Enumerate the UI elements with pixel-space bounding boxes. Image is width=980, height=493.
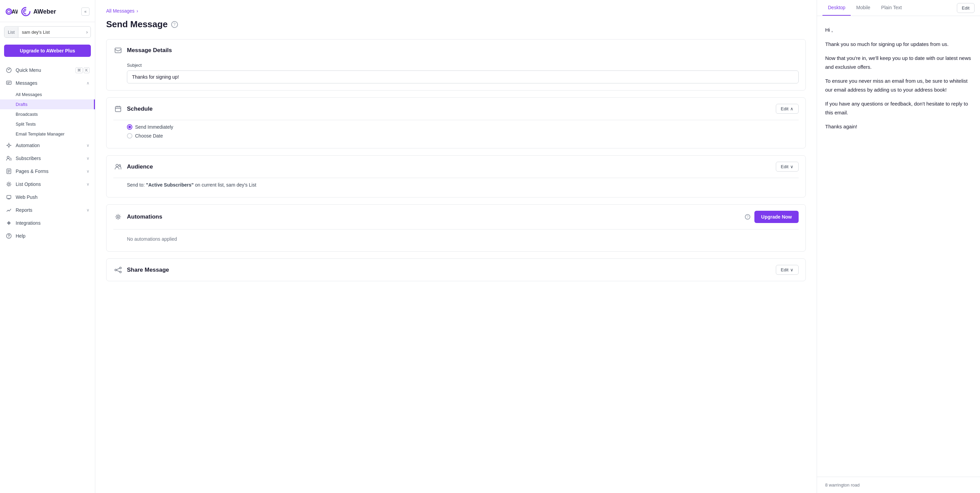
preview-greeting: Hi , xyxy=(825,26,972,34)
audience-text: Send to: "Active Subscribers" on current… xyxy=(127,179,799,190)
automations-title: Automations xyxy=(127,214,742,220)
sidebar-item-subscribers[interactable]: Subscribers ∨ xyxy=(0,152,95,165)
preview-tab-plain-text[interactable]: Plain Text xyxy=(876,0,907,16)
chevron-down-icon: ∨ xyxy=(86,156,89,161)
chevron-up-icon: ∧ xyxy=(86,81,89,85)
upgrade-button[interactable]: Upgrade to AWeber Plus xyxy=(4,45,91,57)
center-panel: All Messages › Send Message ? Message De… xyxy=(95,0,817,493)
preview-footer-address: 8 warrington road xyxy=(825,482,859,488)
message-details-header: Message Details xyxy=(107,40,805,61)
sidebar-item-reports[interactable]: Reports ∨ xyxy=(0,204,95,217)
list-label: List xyxy=(5,27,18,37)
audience-edit-button[interactable]: Edit ∨ xyxy=(776,162,799,172)
sidebar-item-help[interactable]: Help xyxy=(0,230,95,243)
svg-point-15 xyxy=(116,164,118,166)
sidebar-item-label: Integrations xyxy=(16,220,89,226)
breadcrumb: All Messages › xyxy=(106,8,806,14)
preview-tab-desktop[interactable]: Desktop xyxy=(822,0,851,16)
svg-rect-13 xyxy=(115,48,121,53)
message-details-icon xyxy=(113,46,123,55)
radio-label: Choose Date xyxy=(135,133,163,139)
breadcrumb-parent-link[interactable]: All Messages xyxy=(106,8,134,14)
sidebar-item-pages-forms[interactable]: Pages & Forms ∨ xyxy=(0,165,95,178)
integrations-icon xyxy=(5,220,12,227)
chevron-down-icon: ∨ xyxy=(86,182,89,187)
svg-point-20 xyxy=(120,271,121,273)
sidebar-collapse-button[interactable]: « xyxy=(81,8,89,16)
radio-dot-filled xyxy=(127,124,132,130)
message-details-section: Message Details Subject xyxy=(106,39,806,91)
svg-point-12 xyxy=(8,237,9,238)
audience-icon xyxy=(113,162,123,172)
upgrade-now-button[interactable]: Upgrade Now xyxy=(754,211,799,223)
automations-help-icon[interactable]: ? xyxy=(745,214,750,220)
list-arrow-icon: › xyxy=(83,27,91,37)
preview-tab-mobile[interactable]: Mobile xyxy=(851,0,875,16)
sidebar-item-label: List Options xyxy=(16,182,83,187)
page-help-icon[interactable]: ? xyxy=(171,21,178,28)
sidebar-item-integrations[interactable]: Integrations xyxy=(0,217,95,230)
subject-input[interactable] xyxy=(127,70,799,83)
messages-icon xyxy=(5,80,12,86)
svg-rect-4 xyxy=(6,81,11,85)
radio-dot-empty xyxy=(127,133,132,139)
share-message-header: Share Message Edit ∨ xyxy=(107,259,805,281)
sidebar-nav: Quick Menu ⌘ K Messages ∧ All Messages D… xyxy=(0,61,95,493)
sidebar-item-all-messages[interactable]: All Messages xyxy=(0,89,95,99)
sidebar-item-drafts[interactable]: Drafts xyxy=(0,99,95,109)
svg-point-8 xyxy=(8,183,10,185)
aweber-logo-icon: AWeber xyxy=(5,5,18,18)
svg-point-17 xyxy=(117,216,119,218)
schedule-radio-group: Send Immediately Choose Date xyxy=(127,121,799,141)
chevron-down-icon: ∨ xyxy=(86,208,89,212)
share-message-edit-button[interactable]: Edit ∨ xyxy=(776,265,799,275)
sidebar-item-label: Help xyxy=(16,233,89,239)
sidebar-item-broadcasts[interactable]: Broadcasts xyxy=(0,109,95,119)
automations-icon xyxy=(113,212,123,222)
sidebar-item-label: Web Push xyxy=(16,195,89,200)
svg-point-19 xyxy=(115,269,117,271)
logo-text: AWeber xyxy=(33,8,56,15)
sidebar-item-split-tests[interactable]: Split Tests xyxy=(0,119,95,129)
content-area: All Messages › Send Message ? Message De… xyxy=(95,0,980,493)
share-icon xyxy=(113,265,123,275)
sidebar-item-web-push[interactable]: Web Push xyxy=(0,191,95,204)
list-selector[interactable]: List sam dey's List › xyxy=(4,26,91,38)
automation-icon xyxy=(5,142,12,149)
share-message-title: Share Message xyxy=(127,266,772,273)
svg-point-6 xyxy=(7,156,9,158)
sidebar: AWeber AWeber « List sam dey's List › Up… xyxy=(0,0,95,493)
preview-content: Hi , Thank you so much for signing up fo… xyxy=(817,16,980,477)
preview-tabs: Desktop Mobile Plain Text Edit xyxy=(817,0,980,16)
sidebar-item-messages[interactable]: Messages ∧ xyxy=(0,77,95,89)
sidebar-item-label: Subscribers xyxy=(16,156,83,161)
sidebar-item-automation[interactable]: Automation ∨ xyxy=(0,139,95,152)
radio-choose-date[interactable]: Choose Date xyxy=(127,133,799,139)
sidebar-item-quick-menu[interactable]: Quick Menu ⌘ K xyxy=(0,64,95,77)
radio-send-immediately[interactable]: Send Immediately xyxy=(127,124,799,130)
svg-point-18 xyxy=(120,267,121,269)
chevron-down-icon: ∨ xyxy=(86,143,89,148)
reports-icon xyxy=(5,207,12,214)
audience-title: Audience xyxy=(127,163,772,170)
svg-rect-14 xyxy=(115,107,121,112)
preview-p2: Now that you're in, we'll keep you up to… xyxy=(825,54,972,71)
sidebar-item-label: Messages xyxy=(16,80,83,86)
schedule-body: Send Immediately Choose Date xyxy=(107,120,805,148)
sidebar-item-label: Pages & Forms xyxy=(16,169,83,174)
preview-edit-button[interactable]: Edit xyxy=(957,3,975,13)
svg-point-0 xyxy=(6,9,11,14)
svg-text:AWeber: AWeber xyxy=(11,9,18,14)
sidebar-item-list-options[interactable]: List Options ∨ xyxy=(0,178,95,191)
no-automations-text: No automations applied xyxy=(127,234,799,244)
automations-body: No automations applied xyxy=(107,230,805,251)
schedule-edit-button[interactable]: Edit ∧ xyxy=(776,104,799,114)
svg-point-5 xyxy=(8,144,10,147)
logo: AWeber AWeber xyxy=(5,5,56,18)
sidebar-item-label: Quick Menu xyxy=(16,67,72,73)
page-title: Send Message xyxy=(106,19,168,30)
sidebar-header: AWeber AWeber « xyxy=(0,0,95,22)
preview-p3: To ensure you never miss an email from u… xyxy=(825,77,972,94)
help-icon xyxy=(5,233,12,239)
sidebar-item-email-template-manager[interactable]: Email Template Manager xyxy=(0,129,95,139)
